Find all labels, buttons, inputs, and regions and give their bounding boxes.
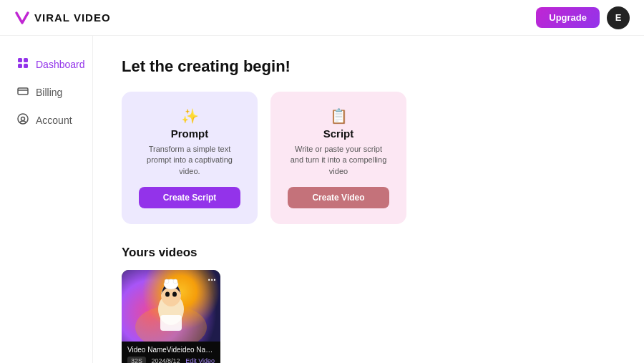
svg-rect-15 bbox=[160, 315, 182, 331]
header-actions: Upgrade E bbox=[536, 6, 630, 29]
create-video-button[interactable]: Create Video bbox=[288, 187, 389, 208]
script-card[interactable]: 📋 Script Write or paste your script and … bbox=[270, 92, 406, 224]
videos-section: Yours videos bbox=[122, 246, 615, 363]
dashboard-icon bbox=[17, 57, 29, 72]
script-card-icon: 📋 bbox=[288, 107, 389, 125]
prompt-card[interactable]: ✨ Prompt Transform a simple text prompt … bbox=[122, 92, 258, 224]
logo-icon bbox=[14, 10, 30, 26]
script-card-title: Script bbox=[288, 127, 389, 140]
svg-point-11 bbox=[172, 292, 177, 297]
app-header: VIRAL VIDEO Upgrade E bbox=[0, 0, 644, 36]
video-meta: 32S 2024/8/12 Edit Video bbox=[127, 357, 215, 363]
video-art-overlay bbox=[122, 270, 220, 342]
video-menu-icon[interactable]: ··· bbox=[208, 274, 216, 286]
prompt-card-title: Prompt bbox=[139, 127, 240, 140]
script-card-description: Write or paste your script and turn it i… bbox=[288, 144, 389, 177]
svg-point-10 bbox=[165, 292, 170, 297]
app-layout: Dashboard Billing Account Let the creati… bbox=[0, 36, 644, 363]
logo: VIRAL VIDEO bbox=[14, 10, 111, 26]
prompt-card-icon: ✨ bbox=[139, 107, 240, 125]
prompt-card-description: Transform a simple text prompt into a ca… bbox=[139, 144, 240, 177]
account-icon bbox=[17, 113, 29, 127]
sidebar-item-label: Billing bbox=[36, 87, 62, 98]
videos-section-title: Yours videos bbox=[122, 246, 615, 260]
create-cards-row: ✨ Prompt Transform a simple text prompt … bbox=[122, 92, 615, 224]
svg-point-6 bbox=[21, 117, 25, 121]
video-date: 2024/8/12 bbox=[152, 357, 180, 363]
videos-grid: ··· Video NameVideideo Name V... 32S 202… bbox=[122, 270, 615, 363]
upgrade-button[interactable]: Upgrade bbox=[536, 7, 600, 28]
svg-rect-2 bbox=[18, 64, 22, 68]
svg-rect-3 bbox=[24, 64, 28, 68]
svg-rect-4 bbox=[18, 88, 28, 95]
video-edit-link[interactable]: Edit Video bbox=[185, 357, 215, 363]
svg-point-14 bbox=[173, 279, 177, 284]
sidebar-item-label: Dashboard bbox=[36, 59, 85, 70]
svg-rect-0 bbox=[18, 58, 22, 62]
sidebar: Dashboard Billing Account bbox=[0, 36, 93, 363]
sidebar-item-dashboard[interactable]: Dashboard bbox=[6, 51, 87, 78]
create-script-button[interactable]: Create Script bbox=[139, 187, 240, 208]
avatar[interactable]: E bbox=[607, 6, 630, 29]
sidebar-item-billing[interactable]: Billing bbox=[6, 79, 87, 106]
video-info: Video NameVideideo Name V... 32S 2024/8/… bbox=[122, 342, 220, 363]
page-title: Let the creating begin! bbox=[122, 57, 615, 76]
video-name: Video NameVideideo Name V... bbox=[127, 346, 215, 354]
video-thumbnail: ··· bbox=[122, 270, 220, 342]
billing-icon bbox=[17, 85, 29, 100]
svg-point-13 bbox=[165, 279, 169, 284]
main-content: Let the creating begin! ✨ Prompt Transfo… bbox=[93, 36, 644, 363]
logo-text: VIRAL VIDEO bbox=[34, 11, 111, 24]
video-duration: 32S bbox=[127, 357, 146, 363]
video-card[interactable]: ··· Video NameVideideo Name V... 32S 202… bbox=[122, 270, 220, 363]
sidebar-item-account[interactable]: Account bbox=[6, 107, 87, 134]
svg-rect-1 bbox=[24, 58, 28, 62]
sidebar-item-label: Account bbox=[36, 115, 72, 126]
